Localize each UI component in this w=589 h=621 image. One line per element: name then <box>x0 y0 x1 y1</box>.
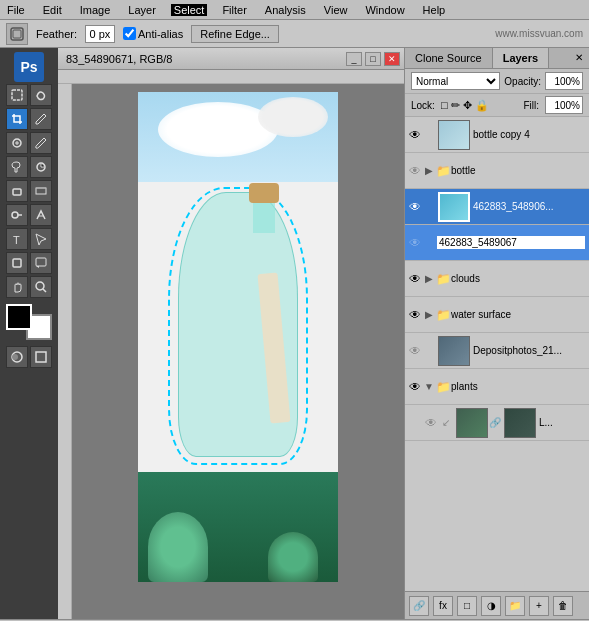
foreground-color[interactable] <box>6 304 32 330</box>
layer-expand-water[interactable]: ▶ <box>423 307 435 323</box>
layer-active[interactable]: 👁 462883_548906... <box>405 189 589 225</box>
add-mask-button[interactable]: □ <box>457 596 477 616</box>
layer-bottle-group[interactable]: 👁 ▶ 📁 bottle <box>405 153 589 189</box>
layer-visibility-bottle-copy4[interactable]: 👁 <box>407 127 423 143</box>
new-layer-button[interactable]: + <box>529 596 549 616</box>
svg-rect-12 <box>36 258 46 266</box>
type-tool[interactable]: T <box>6 228 28 250</box>
panel-bottom-toolbar: 🔗 fx □ ◑ 📁 + 🗑 <box>405 591 589 619</box>
lock-pixels-icon[interactable]: ✏ <box>451 99 460 112</box>
crop-tool[interactable] <box>6 108 28 130</box>
layer-name-edit-input[interactable] <box>437 236 585 249</box>
hand-tool[interactable] <box>6 276 28 298</box>
menu-edit[interactable]: Edit <box>40 4 65 16</box>
layer-clouds-group[interactable]: 👁 ▶ 📁 clouds <box>405 261 589 297</box>
blend-mode-select[interactable]: Normal <box>411 72 500 90</box>
layer-expand-clouds[interactable]: ▶ <box>423 271 435 287</box>
tool-options-icon[interactable] <box>6 23 28 45</box>
layer-visibility-plants[interactable]: 👁 <box>407 379 423 395</box>
eraser-tool[interactable] <box>6 180 28 202</box>
layer-visibility-water[interactable]: 👁 <box>407 307 423 323</box>
svg-point-16 <box>12 354 18 360</box>
canvas-area: 83_54890671, RGB/8 _ □ ✕ <box>58 48 404 619</box>
layers-list[interactable]: 👁 bottle copy 4 👁 ▶ 📁 bottle 👁 462883_54… <box>405 117 589 591</box>
path-selection-tool[interactable] <box>30 228 52 250</box>
eyedropper-tool[interactable] <box>30 108 52 130</box>
marquee-tool[interactable] <box>6 84 28 106</box>
layer-plants-group[interactable]: 👁 ▼ 📁 plants <box>405 369 589 405</box>
lock-all-icon[interactable]: 🔒 <box>475 99 489 112</box>
stamp-tool[interactable] <box>6 156 28 178</box>
pen-tool[interactable] <box>30 204 52 226</box>
layer-expand-bottle-group[interactable]: ▶ <box>423 163 435 179</box>
sky-section <box>138 92 338 182</box>
layer-effects-button[interactable]: fx <box>433 596 453 616</box>
lasso-tool[interactable] <box>30 84 52 106</box>
antialias-checkbox[interactable] <box>123 27 136 40</box>
panel-close-button[interactable]: ✕ <box>569 48 589 68</box>
tab-layers[interactable]: Layers <box>493 48 549 68</box>
layer-chain-plants: 🔗 <box>489 417 501 428</box>
notes-tool[interactable] <box>30 252 52 274</box>
menu-file[interactable]: File <box>4 4 28 16</box>
healing-tool[interactable] <box>6 132 28 154</box>
refine-edge-button[interactable]: Refine Edge... <box>191 25 279 43</box>
zoom-tool[interactable] <box>30 276 52 298</box>
color-swatch[interactable] <box>6 304 52 340</box>
link-layers-button[interactable]: 🔗 <box>409 596 429 616</box>
shape-tool[interactable] <box>6 252 28 274</box>
canvas-with-ruler <box>58 84 404 619</box>
fill-input[interactable] <box>545 96 583 114</box>
screen-mode-tool[interactable] <box>30 346 52 368</box>
layer-visibility-deposit[interactable]: 👁 <box>407 343 423 359</box>
layer-deposit[interactable]: 👁 Depositphotos_21... <box>405 333 589 369</box>
adjustment-layer-button[interactable]: ◑ <box>481 596 501 616</box>
layer-bottle-copy4[interactable]: 👁 bottle copy 4 <box>405 117 589 153</box>
bottle-body <box>178 192 298 457</box>
menu-help[interactable]: Help <box>420 4 449 16</box>
layer-water-surface[interactable]: 👁 ▶ 📁 water surface <box>405 297 589 333</box>
layer-expand-plants[interactable]: ▼ <box>423 379 435 395</box>
lock-transparency-icon[interactable]: □ <box>441 99 448 111</box>
opacity-input[interactable] <box>545 72 583 90</box>
history-tool[interactable] <box>30 156 52 178</box>
menu-window[interactable]: Window <box>362 4 407 16</box>
close-button[interactable]: ✕ <box>384 52 400 66</box>
menu-view[interactable]: View <box>321 4 351 16</box>
layer-name-active: 462883_548906... <box>473 201 587 212</box>
lock-position-icon[interactable]: ✥ <box>463 99 472 112</box>
menu-filter[interactable]: Filter <box>219 4 249 16</box>
ps-logo: Ps <box>14 52 44 82</box>
brush-tool[interactable] <box>30 132 52 154</box>
delete-layer-button[interactable]: 🗑 <box>553 596 573 616</box>
new-group-button[interactable]: 📁 <box>505 596 525 616</box>
menu-select[interactable]: Select <box>171 4 208 16</box>
layer-visibility-plants-sub[interactable]: 👁 <box>423 415 439 431</box>
menu-layer[interactable]: Layer <box>125 4 159 16</box>
menu-image[interactable]: Image <box>77 4 114 16</box>
layer-thumb-plants1 <box>456 408 488 438</box>
restore-button[interactable]: □ <box>365 52 381 66</box>
main-layout: Ps <box>0 48 589 619</box>
layer-thumb-active <box>438 192 470 222</box>
feather-label: Feather: <box>36 28 77 40</box>
dodge-tool[interactable] <box>6 204 28 226</box>
cloud-2 <box>258 97 328 137</box>
feather-input[interactable] <box>85 25 115 43</box>
quick-mask-tool[interactable] <box>6 346 28 368</box>
layer-visibility-active-text[interactable]: 👁 <box>407 235 423 251</box>
tool-row-7: T <box>6 228 52 250</box>
scroll-inside <box>258 272 291 423</box>
layer-active-text[interactable]: 👁 <box>405 225 589 261</box>
layer-plants-sub[interactable]: 👁 ↙ 🔗 L... <box>405 405 589 441</box>
layer-visibility-bottle-group[interactable]: 👁 <box>407 163 423 179</box>
minimize-button[interactable]: _ <box>346 52 362 66</box>
tab-clone-source[interactable]: Clone Source <box>405 48 493 68</box>
svg-rect-5 <box>13 189 21 195</box>
antialias-label: Anti-alias <box>123 27 183 40</box>
layer-visibility-clouds[interactable]: 👁 <box>407 271 423 287</box>
canvas-content[interactable] <box>72 84 404 619</box>
menu-analysis[interactable]: Analysis <box>262 4 309 16</box>
gradient-tool[interactable] <box>30 180 52 202</box>
layer-visibility-active[interactable]: 👁 <box>407 199 423 215</box>
